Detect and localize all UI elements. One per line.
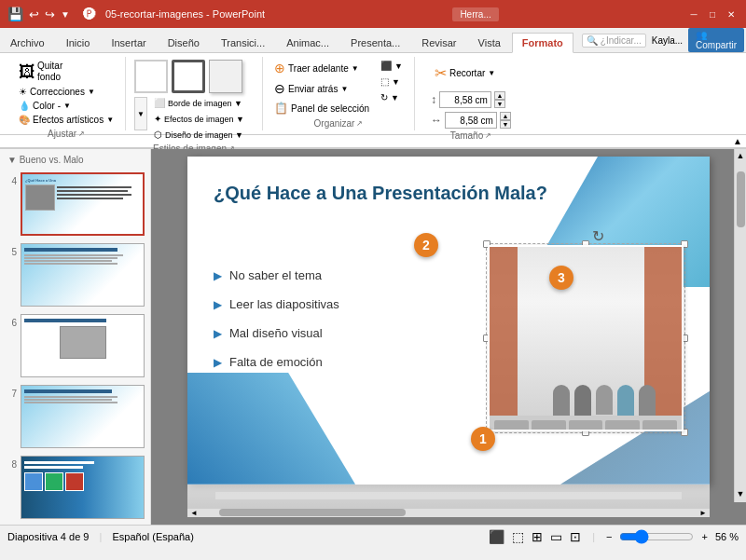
tab-inicio[interactable]: Inicio	[56, 33, 101, 52]
borde-imagen-button[interactable]: ⬜ Borde de imagen ▼	[150, 96, 248, 110]
tab-transiciones[interactable]: Transici...	[211, 33, 275, 52]
zoom-in-icon[interactable]: +	[701, 531, 707, 542]
h-scrollbar-thumb[interactable]	[219, 509, 406, 516]
efectos-imagen-button[interactable]: ✦ Efectos de imagen ▼	[150, 112, 248, 126]
redo-icon[interactable]: ↪	[45, 7, 55, 21]
width-decrement[interactable]: ▼	[500, 120, 511, 129]
view-reading-icon[interactable]: ▭	[550, 529, 562, 544]
slide-panel[interactable]: ▼ Bueno vs. Malo 4 ¿Qué Hace a Una	[0, 149, 151, 525]
vertical-scrollbar[interactable]: ▲ ▼	[734, 149, 746, 502]
view-sorter-icon[interactable]: ⊞	[532, 529, 543, 544]
height-decrement[interactable]: ▼	[494, 100, 505, 108]
search-box[interactable]: 🔍 ¿Indicar...	[582, 34, 646, 48]
view-presenter-icon[interactable]: ⊡	[570, 529, 581, 544]
close-button[interactable]: ✕	[724, 7, 739, 21]
zoom-level[interactable]: 56 %	[715, 531, 739, 542]
person-3	[596, 385, 613, 415]
scroll-down-button[interactable]: ▼	[735, 487, 746, 500]
traer-dropdown-icon[interactable]: ▼	[352, 64, 359, 73]
scroll-left-button[interactable]: ◄	[187, 509, 200, 517]
share-button[interactable]: 👥 Compartir	[688, 28, 744, 52]
tab-formato[interactable]: Formato	[512, 33, 573, 53]
section-header: ▼ Bueno vs. Malo	[4, 153, 146, 167]
minimize-button[interactable]: ─	[686, 7, 701, 21]
slide-preview-8[interactable]	[21, 456, 145, 519]
slide-preview-7[interactable]	[21, 385, 145, 448]
herramienta-tab[interactable]: Herra...	[452, 7, 498, 21]
image-style-3[interactable]	[209, 60, 242, 93]
diseno-imagen-button[interactable]: ⬡ Diseño de imagen ▼	[150, 128, 248, 142]
tab-vista[interactable]: Vista	[468, 33, 511, 52]
image-style-scroll[interactable]: ▼	[134, 97, 147, 130]
slide-image[interactable]	[488, 245, 684, 431]
save-icon[interactable]: 💾	[7, 7, 23, 21]
slide-below-area	[187, 485, 710, 508]
image-styles-container: ▼ ⬜ Borde de imagen ▼ ✦ Efectos de image…	[133, 59, 255, 142]
tab-animaciones[interactable]: Animac...	[276, 33, 339, 52]
view-outline-icon[interactable]: ⬚	[512, 529, 524, 544]
scrollbar-thumb[interactable]	[737, 171, 745, 227]
tab-presentacion[interactable]: Presenta...	[340, 33, 410, 52]
zoom-out-icon[interactable]: −	[606, 531, 612, 542]
correcciones-dropdown-icon[interactable]: ▼	[88, 88, 95, 96]
slide-title[interactable]: ¿Qué Hace a Una Presentación Mala?	[214, 183, 547, 204]
width-increment[interactable]: ▲	[500, 112, 511, 120]
traer-adelante-button[interactable]: ⊕ Traer adelante ▼	[270, 59, 373, 77]
tamano-expand-icon[interactable]: ↗	[485, 131, 491, 140]
correcciones-button[interactable]: ☀ Correcciones ▼	[15, 85, 99, 99]
image-style-1[interactable]	[134, 60, 168, 93]
status-sep-2: |	[592, 531, 595, 542]
recortar-dropdown-icon[interactable]: ▼	[488, 69, 495, 77]
slide-preview-6[interactable]	[21, 314, 145, 377]
ribbon-group-ajustar: 🖼 Quitar fondo ☀ Correcciones ▼ 💧 Color …	[7, 57, 126, 130]
girar-button[interactable]: ↻ ▼	[377, 90, 407, 104]
tab-archivo[interactable]: Archivo	[0, 33, 55, 52]
horizontal-scrollbar[interactable]: ◄ ►	[187, 508, 710, 517]
width-input[interactable]	[445, 112, 497, 129]
slide-thumb-8[interactable]: 8	[4, 454, 146, 521]
share-icon: 👥	[696, 30, 707, 40]
width-spinner[interactable]: ▲ ▼	[500, 112, 511, 129]
color-button[interactable]: 💧 Color - ▼	[15, 99, 75, 113]
undo-icon[interactable]: ↩	[29, 7, 39, 21]
height-increment[interactable]: ▲	[494, 91, 505, 100]
scroll-up-button[interactable]: ▲	[735, 149, 746, 162]
zoom-slider[interactable]	[619, 529, 694, 544]
alinear-button[interactable]: ⬛ ▼	[377, 59, 407, 73]
view-normal-icon[interactable]: ⬛	[489, 529, 504, 544]
color-dropdown-icon[interactable]: ▼	[63, 102, 71, 110]
enviar-dropdown-icon[interactable]: ▼	[340, 85, 348, 93]
enviar-atras-button[interactable]: ⊖ Enviar atrás ▼	[270, 79, 373, 98]
bullet-3: ▶ Mal diseño visual	[214, 326, 339, 340]
image-style-2[interactable]	[172, 60, 205, 93]
slide-preview-5[interactable]	[21, 243, 145, 307]
tab-revisar[interactable]: Revisar	[411, 33, 466, 52]
slide-num-5: 5	[6, 243, 17, 257]
slide-canvas: ¿Qué Hace a Una Presentación Mala? ▶ No …	[187, 157, 710, 485]
organizar-expand-icon[interactable]: ↗	[356, 119, 363, 128]
efectos-artisticos-button[interactable]: 🎨 Efectos artísticos ▼	[15, 113, 117, 127]
agrupar-icon: ⬚	[380, 76, 389, 87]
rotate-handle[interactable]: ↻	[592, 227, 604, 245]
quitar-fondo-button[interactable]: 🖼 Quitar fondo	[15, 59, 66, 85]
slide-thumb-4[interactable]: 4 ¿Qué Hace a Una	[4, 171, 146, 238]
efectos-dropdown-icon[interactable]: ▼	[106, 116, 114, 124]
organizar-left: ⊕ Traer adelante ▼ ⊖ Enviar atrás ▼ 📋 Pa…	[270, 59, 373, 116]
tab-diseno[interactable]: Diseño	[158, 33, 210, 52]
recortar-button[interactable]: ✂ Recortar ▼	[431, 62, 511, 84]
collapse-icon[interactable]: ▲	[733, 136, 742, 146]
slide-thumb-7[interactable]: 7	[4, 383, 146, 450]
panel-seleccion-button[interactable]: 📋 Panel de selección	[270, 100, 373, 116]
customize-qat-icon[interactable]: ▼	[61, 9, 70, 20]
height-input[interactable]	[439, 91, 491, 108]
slide-thumb-5[interactable]: 5	[4, 241, 146, 308]
maximize-button[interactable]: □	[705, 7, 720, 21]
scroll-right-button[interactable]: ►	[697, 509, 710, 517]
tab-insertar[interactable]: Insertar	[101, 33, 156, 52]
height-spinner[interactable]: ▲ ▼	[494, 91, 505, 108]
agrupar-button[interactable]: ⬚ ▼	[377, 75, 407, 89]
ajustar-expand-icon[interactable]: ↗	[78, 130, 85, 138]
bullet-4: ▶ Falta de emoción	[214, 355, 339, 369]
slide-preview-4[interactable]: ¿Qué Hace a Una	[21, 172, 145, 236]
slide-thumb-6[interactable]: 6	[4, 312, 146, 379]
